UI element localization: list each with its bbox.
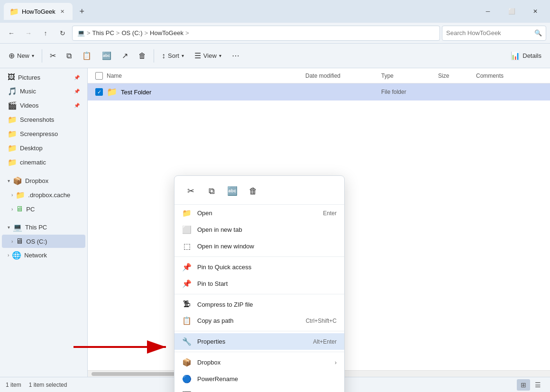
toolbar: ⊕ New ▾ ✂ ⧉ 📋 🔤 ↗ 🗑 ↕ Sort ▾ ☰ View ▾ ⋯ … bbox=[0, 44, 550, 68]
ctx-pin-start[interactable]: 📌 Pin to Start bbox=[174, 275, 344, 292]
sidebar-item-os-c[interactable]: › 🖥 OS (C:) bbox=[2, 235, 85, 248]
share-button[interactable]: ↗ bbox=[117, 47, 133, 64]
sidebar-item-pictures[interactable]: 🖼 Pictures 📌 bbox=[2, 71, 85, 84]
row-checkbox[interactable] bbox=[95, 88, 107, 96]
maximize-button[interactable]: ⬜ bbox=[501, 4, 522, 19]
main-layout: 🖼 Pictures 📌 🎵 Music 📌 🎬 Videos 📌 📁 Scre… bbox=[0, 68, 550, 377]
minimize-button[interactable]: ─ bbox=[477, 4, 499, 19]
ctx-powerrename[interactable]: 🔵 PowerRename bbox=[174, 371, 344, 387]
sidebar-item-network[interactable]: › 🌐 Network bbox=[2, 248, 85, 262]
sidebar-item-pc[interactable]: › 🖥 PC bbox=[2, 202, 85, 216]
window-close-button[interactable]: ✕ bbox=[524, 4, 546, 19]
ctx-open[interactable]: 📁 Open Enter bbox=[174, 205, 344, 221]
ctx-powerrename-icon: 🔵 bbox=[182, 374, 192, 383]
ctx-dropbox-label: Dropbox bbox=[197, 359, 329, 366]
ctx-separator-4 bbox=[174, 352, 344, 352]
cinematic-icon: 📁 bbox=[8, 158, 17, 167]
view-icon: ☰ bbox=[194, 51, 201, 60]
ctx-separator-2 bbox=[174, 294, 344, 294]
breadcrumb-bar[interactable]: 💻 > This PC > OS (C:) > HowToGeek > bbox=[72, 26, 440, 41]
sidebar-item-videos[interactable]: 🎬 Videos 📌 bbox=[2, 99, 85, 112]
pc-icon: 💻 bbox=[77, 29, 85, 36]
copy-button[interactable]: ⧉ bbox=[62, 47, 76, 64]
ctx-open-window-label: Open in new window bbox=[197, 243, 337, 250]
header-checkbox[interactable] bbox=[95, 72, 107, 80]
delete-button[interactable]: 🗑 bbox=[134, 47, 151, 64]
new-tab-button[interactable]: + bbox=[74, 4, 90, 19]
toolbar-separator-2 bbox=[154, 49, 154, 63]
col-size: Size bbox=[438, 73, 476, 79]
list-view-button[interactable]: ☰ bbox=[531, 379, 544, 391]
selected-count: 1 item selected bbox=[29, 382, 67, 388]
pc-expand: › bbox=[11, 207, 13, 212]
screenpresso-icon: 📁 bbox=[8, 129, 17, 138]
sidebar-item-music[interactable]: 🎵 Music 📌 bbox=[2, 84, 85, 98]
pc-sidebar-icon: 🖥 bbox=[16, 205, 23, 213]
sidebar-label-pc: PC bbox=[26, 206, 35, 213]
details-button[interactable]: 📊 Details bbox=[506, 47, 546, 64]
sort-button[interactable]: ↕ Sort ▾ bbox=[157, 47, 189, 64]
paste-button[interactable]: 📋 bbox=[77, 47, 96, 64]
sidebar-item-screenpresso[interactable]: 📁 Screenpresso bbox=[2, 127, 85, 141]
back-button[interactable]: ← bbox=[4, 26, 19, 41]
search-input[interactable] bbox=[446, 29, 532, 36]
ctx-cut-icon: ✂ bbox=[187, 186, 194, 196]
screenshots-icon: 📁 bbox=[8, 115, 17, 124]
sidebar-label-screenshots: Screenshots bbox=[20, 116, 54, 123]
sidebar-item-cinematic[interactable]: 📁 cinematic bbox=[2, 155, 85, 169]
ctx-cut-button[interactable]: ✂ bbox=[182, 182, 199, 200]
ctx-copy-path-shortcut: Ctrl+Shift+C bbox=[306, 318, 337, 324]
ctx-rename-button[interactable]: 🔤 bbox=[224, 182, 241, 200]
share-icon: ↗ bbox=[122, 51, 128, 60]
sidebar-item-dropbox-cache[interactable]: › 📁 .dropbox.cache bbox=[2, 188, 85, 202]
file-name: Test Folder bbox=[121, 89, 305, 96]
rename-button[interactable]: 🔤 bbox=[97, 47, 116, 64]
sidebar-item-screenshots[interactable]: 📁 Screenshots bbox=[2, 113, 85, 127]
cut-icon: ✂ bbox=[50, 51, 56, 60]
active-tab[interactable]: 📁 HowToGeek ✕ bbox=[4, 3, 73, 20]
ctx-delete-button[interactable]: 🗑 bbox=[245, 182, 262, 200]
grid-view-button[interactable]: ⊞ bbox=[517, 379, 530, 391]
copy-icon: ⧉ bbox=[66, 52, 72, 60]
ctx-copy-button[interactable]: ⧉ bbox=[203, 182, 220, 200]
folder-icon: 📁 bbox=[107, 87, 117, 97]
search-bar[interactable]: 🔍 bbox=[442, 26, 546, 41]
scroll-thumb[interactable] bbox=[92, 372, 186, 376]
details-icon: 📊 bbox=[511, 51, 520, 60]
ctx-rename-icon: 🔤 bbox=[227, 186, 238, 196]
ctx-dropbox[interactable]: 📦 Dropbox › bbox=[174, 354, 344, 371]
table-row[interactable]: 📁 Test Folder File folder bbox=[88, 83, 550, 100]
forward-button[interactable]: → bbox=[21, 26, 36, 41]
ctx-compress-label: Compress to ZIP file bbox=[197, 301, 337, 308]
breadcrumb-os-c[interactable]: OS (C:) bbox=[121, 29, 142, 36]
pictures-icon: 🖼 bbox=[8, 73, 15, 82]
file-header: Name Date modified Type Size Comments bbox=[88, 68, 550, 83]
tab-close-button[interactable]: ✕ bbox=[58, 7, 67, 16]
sort-label: Sort bbox=[168, 52, 179, 59]
ctx-open-terminal[interactable]: ⬛ Open in Terminal bbox=[174, 387, 344, 392]
sidebar-label-desktop: Desktop bbox=[20, 145, 43, 152]
ctx-compress-zip[interactable]: 🗜 Compress to ZIP file bbox=[174, 296, 344, 312]
ctx-pin-quick-label: Pin to Quick access bbox=[197, 264, 337, 271]
this-pc-icon: 💻 bbox=[13, 223, 22, 232]
view-button[interactable]: ☰ View ▾ bbox=[190, 47, 226, 64]
sidebar-label-music: Music bbox=[20, 88, 36, 95]
ctx-properties-icon: 🔧 bbox=[182, 337, 192, 346]
up-button[interactable]: ↑ bbox=[38, 26, 53, 41]
new-button[interactable]: ⊕ New ▾ bbox=[4, 47, 39, 64]
sidebar-item-desktop[interactable]: 📁 Desktop bbox=[2, 141, 85, 155]
ctx-open-new-window[interactable]: ⬚ Open in new window bbox=[174, 238, 344, 255]
ctx-properties[interactable]: 🔧 Properties Alt+Enter bbox=[174, 333, 344, 350]
more-button[interactable]: ⋯ bbox=[227, 47, 244, 64]
cut-button[interactable]: ✂ bbox=[45, 47, 61, 64]
sidebar-item-dropbox[interactable]: ▾ 📦 Dropbox bbox=[2, 174, 85, 188]
ctx-pin-quick[interactable]: 📌 Pin to Quick access bbox=[174, 259, 344, 275]
window-controls: ─ ⬜ ✕ bbox=[477, 4, 546, 19]
refresh-button[interactable]: ↻ bbox=[55, 26, 70, 41]
ctx-copy-path[interactable]: 📋 Copy as path Ctrl+Shift+C bbox=[174, 312, 344, 329]
breadcrumb-this-pc[interactable]: This PC bbox=[92, 29, 114, 36]
breadcrumb-howtogeek[interactable]: HowToGeek bbox=[150, 29, 183, 36]
ctx-open-new-tab[interactable]: ⬜ Open in new tab bbox=[174, 221, 344, 238]
col-comments: Comments bbox=[476, 73, 542, 79]
sidebar-item-this-pc[interactable]: ▾ 💻 This PC bbox=[2, 220, 85, 234]
